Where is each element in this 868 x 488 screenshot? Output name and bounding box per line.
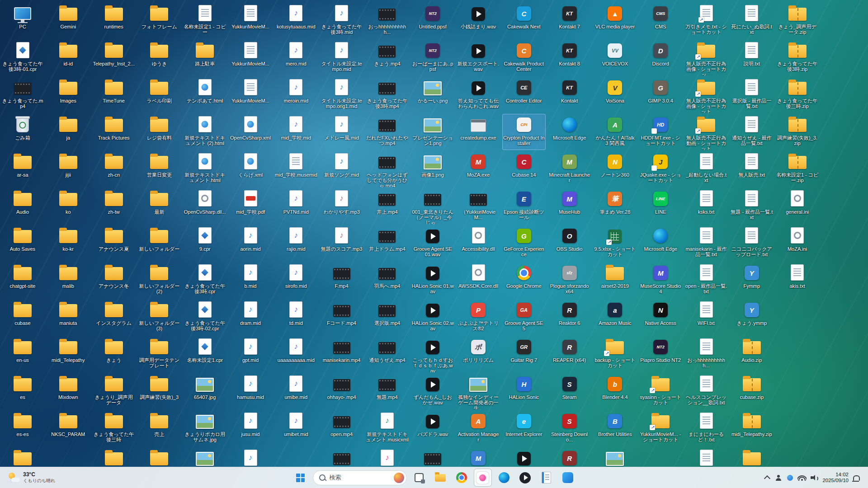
desktop-icon[interactable]: midi_Telepathy — [47, 336, 90, 372]
desktop-icon[interactable]: open.mp4 — [320, 410, 363, 446]
desktop-icon[interactable]: 路上駐車 — [183, 40, 226, 76]
desktop-icon[interactable]: おっhhhhhhhhhhh... — [365, 3, 409, 39]
desktop-icon[interactable]: Images — [47, 77, 90, 113]
desktop-icon[interactable]: わかりやす.mp3 — [320, 188, 363, 224]
desktop-icon[interactable]: Gemini — [47, 3, 90, 39]
desktop-icon[interactable]: aorin.mid — [229, 225, 272, 261]
desktop-icon[interactable]: アナウンス冬 — [92, 262, 136, 298]
desktop-icon[interactable]: Fコード.mp4 — [320, 299, 363, 335]
desktop-icon[interactable]: BBrother Utilities — [593, 410, 637, 446]
desktop-icon[interactable]: open - 親作品一覧.txt — [684, 262, 728, 298]
desktop-icon[interactable]: HALion Sonic 01.wav — [411, 262, 454, 298]
media-player-button[interactable] — [516, 469, 534, 487]
desktop-icon[interactable]: maniuta — [47, 299, 90, 335]
desktop-icon[interactable]: （YukkuriMovieM... — [457, 188, 500, 224]
desktop-icon[interactable]: HALion Sonic 02.wav — [411, 299, 454, 335]
desktop-icon[interactable]: 新規テキストドキュメント (2).html — [183, 114, 226, 150]
desktop-icon[interactable]: runtimes — [92, 3, 136, 39]
search-box[interactable]: 検索 — [313, 470, 407, 485]
desktop-icon[interactable]: es-es — [1, 410, 44, 446]
desktop-icon[interactable]: きょうりポカロ用サムネ.jpg — [183, 410, 226, 446]
tray-app-button[interactable] — [786, 471, 793, 484]
desktop-icon[interactable]: YukkuriMovieM... — [229, 77, 272, 113]
desktop-icon[interactable]: zh-tw — [92, 188, 136, 224]
desktop-icon[interactable]: きょう_調声用データ.zip — [776, 3, 819, 39]
desktop-icon[interactable]: NT2Untitled.ppsf — [411, 3, 454, 39]
desktop-icon[interactable]: Audio — [1, 188, 44, 224]
desktop-icon[interactable]: きょうり_調声用データ — [92, 373, 136, 409]
desktop-icon[interactable]: タイトル未設定.tempo.orig1.mid — [320, 77, 363, 113]
desktop-icon[interactable]: VVVOICEVOX — [593, 40, 637, 76]
volume-button[interactable] — [811, 471, 818, 484]
desktop-icon[interactable]: 名称未設定1 - コピー.zip — [776, 151, 819, 187]
desktop-icon[interactable]: きょう — [92, 336, 136, 372]
desktop-icon[interactable]: mid_学校.musemid — [274, 151, 318, 187]
desktop-icon[interactable]: umibe.mid — [274, 373, 318, 409]
desktop-icon[interactable]: manisekarin.mp4 — [320, 336, 363, 372]
task-view-button[interactable] — [410, 469, 428, 487]
desktop-icon[interactable]: 65407.jpg — [183, 373, 226, 409]
desktop-icon[interactable]: 営業日変更 — [137, 151, 181, 187]
desktop-icon[interactable]: MMuseHub — [548, 188, 591, 224]
desktop-icon[interactable]: Audio.zip — [730, 336, 774, 372]
desktop-icon[interactable]: GGIMP 3.0.4 — [639, 77, 682, 113]
desktop-icon[interactable]: ksks.txt — [684, 188, 728, 224]
desktop-icon[interactable]: HD↗HDDFMT.exe - ショートカット — [639, 114, 682, 150]
desktop-icon[interactable]: TimeTune — [92, 77, 136, 113]
desktop-icon[interactable]: gpt.mid — [229, 336, 272, 372]
desktop-icon[interactable]: MoZA.ini — [776, 225, 819, 261]
show-desktop-button[interactable] — [864, 470, 866, 485]
desktop-icon[interactable]: GRGuitar Rig 7 — [502, 336, 546, 372]
tray-user-button[interactable] — [775, 471, 782, 484]
desktop-icon[interactable]: KTKontakt — [548, 77, 591, 113]
desktop-icon[interactable]: en-us — [1, 336, 44, 372]
desktop-icon[interactable]: 選択版 - 親作品一覧.txt — [730, 77, 774, 113]
desktop-icon[interactable]: 調声練習(失敗)_3.zip — [776, 114, 819, 150]
desktop-icon[interactable]: きょう食ってた午後三時 — [92, 410, 136, 446]
desktop-icon[interactable]: zh-cn — [92, 151, 136, 187]
desktop-icon[interactable]: Microsoft Edge — [548, 114, 591, 150]
desktop-icon[interactable]: 名称未設定1.cpr — [183, 336, 226, 372]
desktop-icon[interactable]: Aかんたん！AITalk 3 関西風 — [593, 114, 637, 150]
desktop-icon[interactable]: MMinecraft Launcher — [548, 151, 591, 187]
desktop-icon[interactable]: EEpson 接続診断ツール — [502, 188, 546, 224]
desktop-icon[interactable]: アナウンス夏 — [92, 225, 136, 261]
desktop-icon[interactable]: きょう.mp4 — [365, 40, 409, 76]
desktop-icon[interactable]: 新しいフォルダー — [137, 225, 181, 261]
desktop-icon[interactable]: ↗万引きメモ.txt - ショートカット — [684, 3, 728, 39]
desktop-icon[interactable]: 井上ドラム.mp4 — [365, 225, 409, 261]
desktop-icon[interactable]: es — [1, 373, 44, 409]
desktop-icon[interactable]: きょう食ってた午後3時.zip — [776, 40, 819, 76]
desktop-icon[interactable]: 画像1.png — [411, 151, 454, 187]
desktop-icon[interactable]: フォトフレーム — [137, 3, 181, 39]
edge-button[interactable] — [495, 469, 513, 487]
desktop-icon[interactable]: 無題 - 親作品一覧.txt — [730, 188, 774, 224]
desktop-icon[interactable]: VVoiSona — [593, 77, 637, 113]
desktop-icon[interactable]: 通知うぜえ.mp4 — [365, 336, 409, 372]
desktop-icon[interactable]: meroin.mid — [274, 77, 318, 113]
desktop-icon[interactable]: ohhayo-.mp4 — [320, 373, 363, 409]
desktop-icon[interactable]: 001_東北きりたん（ノーマル）_今じゃ... — [411, 188, 454, 224]
desktop-icon[interactable]: NT2Piapro Studio NT2 — [639, 336, 682, 372]
desktop-icon[interactable]: OOBS Studio — [548, 225, 591, 261]
desktop-icon[interactable]: きょう食ってた午後3時.cpr — [183, 262, 226, 298]
code-app-button[interactable] — [559, 469, 577, 487]
desktop-icon[interactable]: 無題.mp4 — [365, 373, 409, 409]
desktop-icon[interactable]: レジ袋有料 — [137, 114, 181, 150]
desktop-icon[interactable]: RREAPER (x64) — [548, 336, 591, 372]
desktop-icon[interactable]: 井上.mp4 — [365, 188, 409, 224]
desktop-icon[interactable]: SSteam — [548, 373, 591, 409]
desktop-icon[interactable]: MMuseScore Studio 4 — [639, 262, 682, 298]
desktop-icon[interactable]: ヘッドフォンはずしてでも分かうひゃ.mp4 — [365, 151, 409, 187]
desktop-icon[interactable]: cubase — [1, 299, 44, 335]
desktop-icon[interactable]: 新規テキストドキュメント.html — [183, 151, 226, 187]
desktop-icon[interactable]: だれだFXいれたやつ.mp4 — [365, 114, 409, 150]
desktop-icon[interactable]: LINELINE — [639, 188, 682, 224]
desktop-icon[interactable]: chatgpt-site — [1, 262, 44, 298]
desktop-icon[interactable]: インスタグラム — [92, 299, 136, 335]
desktop-icon[interactable]: NKSC_PARAM — [47, 410, 90, 446]
desktop-icon[interactable]: かるーい.png — [411, 77, 454, 113]
desktop-icon[interactable]: ラベル印刷 — [137, 77, 181, 113]
desktop-icon[interactable]: F.mp4 — [320, 262, 363, 298]
tray-overflow-button[interactable] — [764, 471, 771, 484]
